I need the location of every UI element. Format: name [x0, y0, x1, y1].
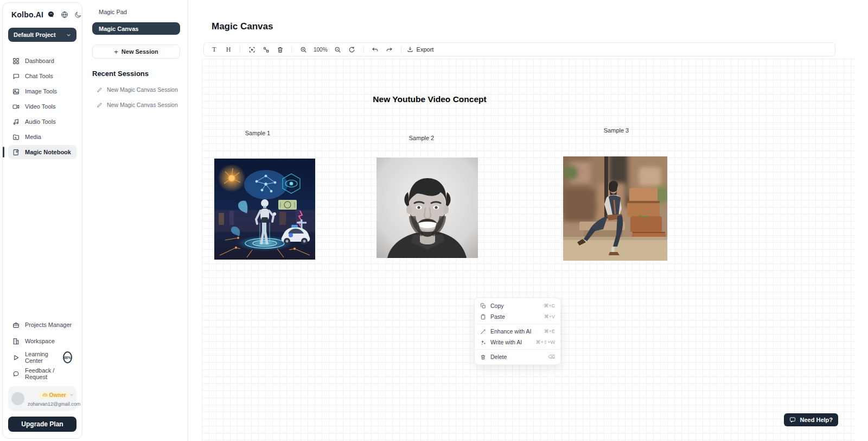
ai-head-logo-icon [47, 11, 55, 18]
context-menu-label: Copy [490, 303, 504, 309]
sidebar: Kolbo.AI Default Project Dashboard Chat … [2, 2, 82, 439]
play-icon [12, 354, 20, 361]
context-menu-item-copy[interactable]: Copy ⌘+C [475, 300, 560, 311]
zoom-level: 100% [311, 47, 330, 53]
sidebar-item-label: Projects Manager [25, 322, 72, 328]
new-session-button[interactable]: + New Session [92, 45, 180, 59]
shortcut: ⌫ [548, 354, 555, 360]
heading-tool-button[interactable]: H [222, 44, 234, 55]
chevron-down-icon [66, 33, 71, 37]
shortcut: ⌘+E [544, 329, 555, 334]
copy-icon [480, 303, 486, 309]
recent-session-item[interactable]: New Magic Canvas Session [92, 86, 180, 93]
zoom-in-button[interactable] [297, 44, 309, 55]
dashboard-icon [12, 58, 20, 65]
new-session-label: New Session [122, 48, 158, 55]
need-help-label: Need Help? [800, 417, 833, 423]
write-ai-icon [480, 339, 486, 345]
toolbar-divider [363, 46, 364, 53]
sidebar-item-workspace[interactable]: Workspace [8, 334, 76, 348]
building-icon [12, 338, 20, 345]
context-menu: Copy ⌘+C Paste ⌘+V Enhance with AI ⌘+E W… [474, 298, 561, 365]
recent-sessions-heading: Recent Sessions [92, 70, 180, 78]
sidebar-item-projects-manager[interactable]: Projects Manager [8, 318, 76, 332]
delete-icon [480, 354, 486, 360]
sample-2-label[interactable]: Sample 2 [409, 135, 434, 141]
connector-tool-button[interactable] [260, 44, 272, 55]
sidebar-item-dashboard[interactable]: Dashboard [8, 54, 76, 68]
toolbar-divider [240, 46, 240, 53]
magic-pad-item[interactable]: Magic Pad [92, 8, 180, 15]
logo-row: Kolbo.AI [8, 10, 76, 19]
sidebar-item-learning-center[interactable]: Learning Center 66% [8, 350, 76, 364]
context-menu-label: Write with AI [490, 339, 522, 345]
sidebar-item-label: Learning Center [25, 351, 55, 364]
pencil-icon [97, 87, 103, 93]
sidebar-item-image-tools[interactable]: Image Tools [8, 84, 76, 98]
enhance-ai-icon [480, 329, 486, 335]
redo-button[interactable] [384, 44, 395, 55]
project-selector-label: Default Project [14, 32, 56, 38]
context-menu-item-paste[interactable]: Paste ⌘+V [475, 311, 560, 322]
audio-icon [12, 118, 20, 125]
export-label: Export [417, 46, 434, 53]
sidebar-item-label: Image Tools [25, 88, 57, 94]
sidebar-item-media[interactable]: Media [8, 130, 76, 144]
sidebar-item-label: Magic Notebook [25, 149, 71, 155]
text-tool-button[interactable]: T [208, 44, 220, 55]
canvas-heading[interactable]: New Youtube Video Concept [373, 94, 486, 104]
sidebar-item-video-tools[interactable]: Video Tools [8, 99, 76, 114]
sidebar-item-feedback[interactable]: Feedback / Request [8, 367, 76, 381]
sidebar-item-chat-tools[interactable]: Chat Tools [8, 69, 76, 83]
shortcut: ⌘+V [544, 314, 555, 319]
sidebar-nav: Dashboard Chat Tools Image Tools Video T… [8, 54, 76, 159]
moon-icon[interactable] [74, 11, 82, 18]
sample-2-image[interactable] [376, 158, 478, 258]
context-menu-label: Paste [490, 313, 505, 320]
toolbar-divider [291, 46, 292, 53]
sidebar-item-label: Workspace [25, 338, 55, 344]
sample-3-label[interactable]: Sample 3 [604, 127, 629, 134]
sample-3-image[interactable] [563, 156, 667, 261]
user-card[interactable]: Owner zoharvan12@gmail.com [8, 386, 76, 411]
magic-canvas-item[interactable]: Magic Canvas [92, 22, 180, 35]
project-selector[interactable]: Default Project [8, 28, 76, 42]
canvas-toolbar: T H 100% Export [203, 42, 835, 56]
recent-session-item[interactable]: New Magic Canvas Session [92, 102, 180, 108]
toolbar-divider [401, 46, 401, 53]
undo-button[interactable] [369, 44, 381, 55]
zoom-out-button[interactable] [332, 44, 344, 55]
reset-view-button[interactable] [346, 44, 358, 55]
page-title: Magic Canvas [212, 21, 273, 32]
recent-session-label: New Magic Canvas Session [107, 86, 178, 93]
export-button[interactable]: Export [407, 46, 434, 53]
context-menu-item-delete[interactable]: Delete ⌫ [475, 351, 560, 362]
sample-1-image[interactable] [214, 159, 315, 260]
select-tool-button[interactable] [246, 44, 258, 55]
plus-icon: + [114, 48, 118, 56]
chat-icon [12, 73, 20, 80]
paste-icon [480, 314, 486, 320]
pencil-icon [97, 102, 103, 108]
context-menu-divider [475, 324, 560, 324]
learning-progress-badge: 66% [63, 351, 72, 363]
chevron-down-icon [69, 393, 74, 397]
need-help-button[interactable]: Need Help? [784, 413, 838, 426]
sidebar-item-label: Video Tools [25, 103, 55, 110]
crown-icon [42, 392, 48, 398]
image-icon [12, 88, 20, 95]
context-menu-label: Delete [490, 354, 507, 360]
media-icon [12, 134, 20, 141]
globe-icon[interactable] [61, 11, 68, 18]
canvas-grid[interactable]: New Youtube Video Concept Sample 1 Sampl… [202, 59, 856, 441]
context-menu-item-enhance-with-ai[interactable]: Enhance with AI ⌘+E [475, 326, 560, 337]
sidebar-item-magic-notebook[interactable]: Magic Notebook [8, 145, 76, 159]
sample-1-label[interactable]: Sample 1 [245, 130, 270, 136]
upgrade-plan-button[interactable]: Upgrade Plan [8, 417, 76, 432]
context-menu-item-write-with-ai[interactable]: Write with AI ⌘+⇧+W [475, 337, 560, 348]
sidebar-item-label: Dashboard [25, 58, 54, 64]
notebook-icon [12, 149, 20, 156]
sidebar-item-label: Chat Tools [25, 73, 53, 79]
sidebar-item-audio-tools[interactable]: Audio Tools [8, 115, 76, 129]
trash-tool-button[interactable] [274, 44, 286, 55]
